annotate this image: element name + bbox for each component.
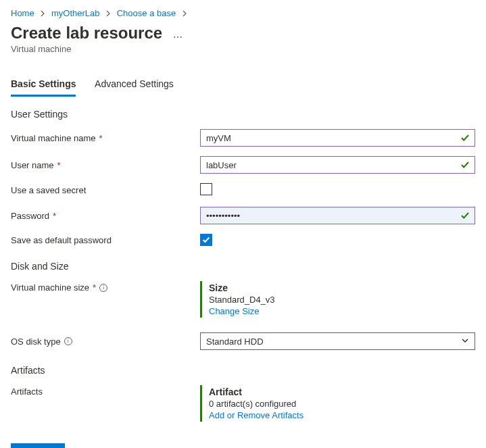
os-disk-type-select[interactable]: Standard HDD	[200, 332, 475, 350]
change-size-link[interactable]: Change Size	[209, 306, 475, 316]
tab-advanced-settings[interactable]: Advanced Settings	[95, 78, 174, 95]
info-icon[interactable]: i	[64, 337, 72, 345]
username-label: User name*	[11, 160, 200, 170]
artifacts-label: Artifacts	[11, 385, 200, 397]
vm-size-label: Virtual machine size* i	[11, 281, 200, 293]
save-default-password-label: Save as default password	[11, 235, 200, 245]
breadcrumb-choose-base[interactable]: Choose a base	[117, 8, 176, 18]
vm-name-input[interactable]	[200, 129, 475, 147]
artifacts-card: Artifact 0 artifact(s) configured Add or…	[200, 385, 475, 422]
vm-size-card: Size Standard_D4_v3 Change Size	[200, 281, 475, 318]
page-subtitle: Virtual machine	[11, 44, 475, 54]
vm-size-card-title: Size	[209, 282, 475, 293]
page-title: Create lab resource	[11, 24, 162, 43]
vm-size-value: Standard_D4_v3	[209, 295, 475, 305]
breadcrumb: Home myOtherLab Choose a base	[11, 5, 475, 18]
artifacts-card-title: Artifact	[209, 387, 475, 397]
more-actions-button[interactable]: ⋯	[173, 32, 183, 43]
vm-name-label: Virtual machine name*	[11, 133, 200, 143]
username-input[interactable]	[200, 156, 475, 174]
section-disk-size: Disk and Size	[11, 261, 475, 272]
os-disk-type-value: Standard HDD	[206, 337, 264, 347]
save-default-password-checkbox[interactable]	[200, 234, 212, 246]
os-disk-type-label: OS disk type i	[11, 337, 200, 347]
add-remove-artifacts-link[interactable]: Add or Remove Artifacts	[209, 410, 475, 420]
breadcrumb-home[interactable]: Home	[11, 8, 34, 18]
saved-secret-label: Use a saved secret	[11, 185, 200, 195]
breadcrumb-lab[interactable]: myOtherLab	[51, 8, 100, 18]
saved-secret-checkbox[interactable]	[200, 183, 212, 195]
chevron-right-icon	[181, 10, 188, 18]
create-button[interactable]: Create	[11, 443, 65, 448]
password-input[interactable]	[200, 207, 475, 224]
password-label: Password*	[11, 211, 200, 221]
chevron-right-icon	[39, 10, 46, 18]
chevron-down-icon	[461, 337, 469, 347]
artifacts-count: 0 artifact(s) configured	[209, 399, 475, 409]
tab-basic-settings[interactable]: Basic Settings	[11, 78, 76, 97]
info-icon[interactable]: i	[99, 284, 107, 292]
tab-bar: Basic Settings Advanced Settings	[11, 78, 475, 97]
section-user-settings: User Settings	[11, 109, 475, 120]
section-artifacts: Artifacts	[11, 365, 475, 376]
chevron-right-icon	[105, 10, 112, 18]
